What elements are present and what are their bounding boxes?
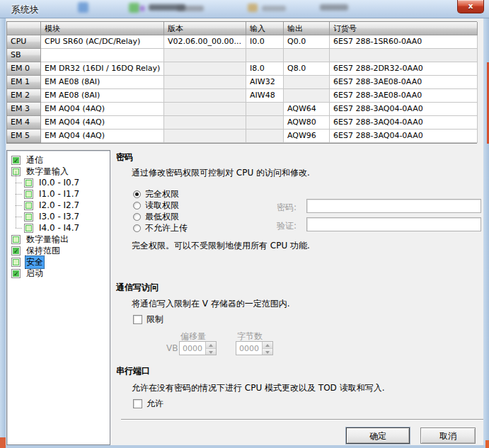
tree-item-i2[interactable]: I2.0 - I2.7 (7, 200, 110, 211)
input-cell: AIW48 (246, 89, 284, 103)
row-header-em5[interactable]: EM 5 (7, 130, 41, 143)
module-cell[interactable] (41, 49, 164, 62)
table-header-corner (7, 22, 41, 35)
checkbox-icon (24, 201, 33, 210)
password-section-description: 通过修改密码权限可控制对 CPU 的访问和修改. (132, 167, 310, 179)
verify-input (306, 217, 481, 231)
radio-full-privileges[interactable]: 完全权限 (133, 189, 179, 199)
window-border-bottom (0, 445, 489, 448)
tree-item-digital-inputs[interactable]: 数字量输入 (7, 166, 110, 177)
radio-disallow-upload[interactable]: 不允许上传 (133, 223, 188, 233)
output-cell: Q8.0 (284, 62, 330, 76)
version-cell (164, 103, 246, 116)
radio-selected-icon (133, 190, 141, 198)
row-header-em1[interactable]: EM 1 (7, 76, 41, 89)
module-cell[interactable]: EM DR32 (16DI / 16DQ Relay) (41, 62, 164, 76)
table-header-version: 版本 (164, 22, 246, 35)
order-cell: 6ES7 288-3AQ04-0AA0 (330, 130, 478, 143)
radio-icon (133, 202, 141, 209)
order-cell (330, 49, 478, 62)
row-header-em0[interactable]: EM 0 (7, 62, 41, 76)
spinner-up-icon (263, 342, 272, 349)
background-toolbar-blob (129, 3, 139, 13)
tree-item-security[interactable]: 安全 (7, 256, 110, 268)
vb-prefix-label: VB (166, 343, 178, 353)
row-header-em2[interactable]: EM 2 (7, 89, 41, 103)
spinner-down-icon (206, 349, 216, 355)
checkbox-icon (24, 190, 33, 199)
cancel-button[interactable]: 取消 (420, 427, 476, 444)
allow-checkbox[interactable]: 允许 (133, 398, 163, 408)
comm-write-section-title: 通信写访问 (116, 282, 159, 294)
table-header-module: 模块 (41, 22, 164, 35)
background-toolbar-blob (248, 4, 258, 12)
order-cell: 6ES7 288-2DR32-0AA0 (330, 62, 478, 76)
background-toolbar-blob (320, 4, 348, 11)
checkbox-checked-icon: ✓ (11, 156, 21, 165)
order-cell: 6ES7 288-3AQ04-0AA0 (330, 103, 478, 116)
tree-item-communication[interactable]: ✓ 通信 (7, 154, 110, 166)
footer-separator (121, 419, 483, 420)
background-toolbar-blob (149, 4, 185, 11)
tree-item-i3[interactable]: I3.0 - I3.7 (7, 211, 110, 222)
output-cell (284, 49, 330, 62)
ok-button[interactable]: 确定 (346, 427, 410, 444)
table-header-order: 订货号 (330, 22, 478, 35)
password-field-label: 密码: (277, 202, 297, 214)
module-table: 模块 版本 输入 输出 订货号 CPU CPU SR60 (AC/DC/Rela… (6, 21, 477, 144)
radio-icon (133, 224, 141, 232)
bytes-stepper: 0000 (236, 341, 273, 355)
row-header-em3[interactable]: EM 3 (7, 103, 41, 116)
row-header-sb[interactable]: SB (7, 49, 41, 62)
table-header-input: 输入 (246, 22, 284, 35)
version-cell (164, 89, 246, 103)
tree-item-i0[interactable]: I0.0 - I0.7 (7, 177, 110, 188)
background-toolbar-blob (262, 6, 286, 11)
input-cell (246, 49, 284, 62)
checkbox-icon (11, 258, 21, 267)
serial-port-section-title: 串行端口 (116, 365, 150, 377)
radio-minimum-privileges[interactable]: 最低权限 (133, 212, 179, 222)
input-cell: AIW32 (246, 76, 284, 89)
tree-item-retentive-ranges[interactable]: ✓ 保持范围 (7, 245, 110, 256)
output-cell (284, 89, 330, 103)
checkbox-checked-icon: ✓ (11, 246, 21, 255)
tree-item-i4[interactable]: I4.0 - I4.7 (7, 222, 110, 234)
restrict-checkbox[interactable]: 限制 (133, 314, 163, 324)
tree-item-i1[interactable]: I1.0 - I1.7 (7, 188, 110, 200)
module-cell[interactable]: EM AE08 (8AI) (41, 89, 164, 103)
module-cell[interactable]: EM AQ04 (4AQ) (41, 103, 164, 116)
spinner-down-icon (263, 349, 272, 355)
module-cell[interactable]: EM AQ04 (4AQ) (41, 116, 164, 130)
row-header-em4[interactable]: EM 4 (7, 116, 41, 130)
radio-read-privileges[interactable]: 读取权限 (133, 200, 179, 210)
password-input (306, 199, 481, 213)
checkbox-icon (24, 178, 33, 188)
module-cell[interactable]: EM AQ04 (4AQ) (41, 130, 164, 143)
module-cell[interactable]: CPU SR60 (AC/DC/Relay) (41, 35, 164, 49)
serial-port-description: 允许在没有密码的情况下进行 CPU 模式更改以及 TOD 读取和写入. (132, 382, 385, 394)
version-cell (164, 76, 246, 89)
version-cell (164, 62, 246, 76)
order-cell: 6ES7 288-3AE08-0AA0 (330, 76, 478, 89)
tree-item-digital-outputs[interactable]: 数字量输出 (7, 234, 110, 245)
output-cell (284, 76, 330, 89)
background-artifact (485, 440, 489, 448)
input-cell: I0.0 (246, 35, 284, 49)
module-cell[interactable]: EM AE08 (8AI) (41, 76, 164, 89)
version-cell (164, 130, 246, 143)
order-cell: 6ES7 288-3AE08-0AA0 (330, 89, 478, 103)
input-cell (246, 130, 284, 143)
order-cell: 6ES7 288-3AQ04-0AA0 (330, 116, 478, 130)
background-toolbar-blob (78, 2, 88, 13)
row-header-cpu[interactable]: CPU (7, 35, 41, 49)
system-block-dialog: 模块 版本 输入 输出 订货号 CPU CPU SR60 (AC/DC/Rela… (6, 18, 483, 445)
checkbox-icon (24, 224, 33, 233)
verify-field-label: 验证: (277, 220, 297, 232)
titlebar: 系统块 x (0, 0, 489, 18)
tree-item-startup[interactable]: ✓ 启动 (7, 268, 110, 279)
background-artifact (0, 437, 6, 448)
privilege-note: 完全权限。可以不受限制地使用所有 CPU 功能. (132, 240, 310, 252)
close-icon[interactable]: x (457, 0, 484, 13)
checkbox-icon (24, 212, 33, 222)
